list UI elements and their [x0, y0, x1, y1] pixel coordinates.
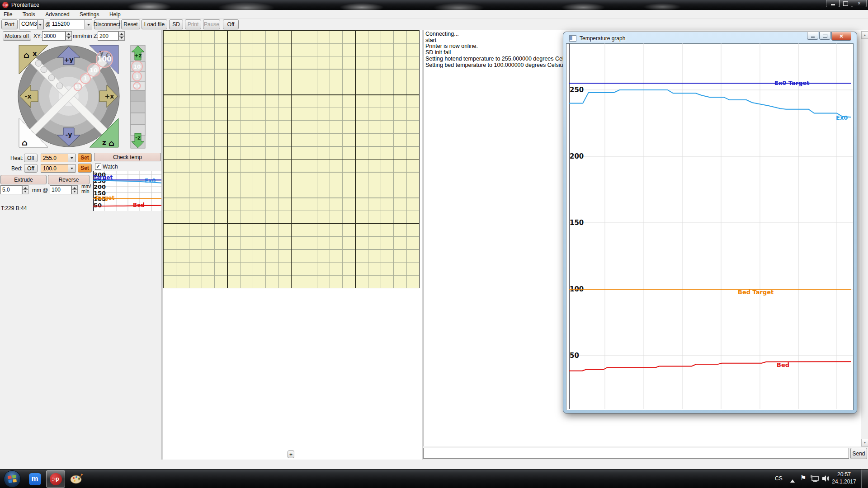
temp-window-maximize-button[interactable] [819, 32, 830, 40]
clock[interactable]: 20:57 24.1.2017 [831, 471, 857, 485]
baud-select-arrow[interactable] [85, 19, 92, 29]
mini-temperature-chart: 30025020015010050TargetEx0TargetBed [93, 171, 161, 211]
extrude-length-input[interactable] [0, 185, 22, 194]
extrude-length-stepper[interactable] [22, 185, 28, 194]
action-center-flag-icon[interactable]: ⚑ [800, 474, 806, 482]
bed-off-button[interactable]: Off [24, 164, 38, 173]
z-step-1-badge[interactable]: 1 [132, 72, 142, 81]
taskbar-browser-button[interactable]: m [25, 470, 44, 488]
temp-window-close-button[interactable]: ✕ [831, 32, 851, 41]
stepper-up-icon[interactable] [118, 31, 125, 36]
svg-text:50: 50 [94, 202, 102, 209]
svg-text:200: 200 [570, 152, 584, 160]
reset-button[interactable]: Reset [121, 19, 140, 29]
z-speed-stepper[interactable] [118, 31, 125, 41]
taskbar-pronterface-button[interactable]: :-p [46, 470, 65, 488]
svg-text:100: 100 [97, 55, 111, 63]
temperature-readout: T:229 B:44 [1, 205, 27, 211]
stepper-down-icon[interactable] [118, 36, 125, 41]
stepper-down-icon[interactable] [71, 190, 78, 194]
close-button[interactable]: × [852, 0, 867, 7]
reverse-button[interactable]: Reverse [48, 175, 90, 184]
windows-logo-icon [4, 470, 21, 488]
jog-step-01-badge[interactable]: 0.1 [74, 83, 82, 91]
stepper-up-icon[interactable] [66, 31, 72, 36]
disconnect-button[interactable]: Disconnect [94, 19, 120, 29]
pause-button: Pause [203, 19, 220, 29]
command-input[interactable] [423, 448, 849, 459]
heat-temp-arrow[interactable] [68, 154, 75, 162]
jog-step-10-badge[interactable]: 10 [87, 64, 100, 76]
bed-temp-arrow[interactable] [68, 164, 75, 173]
jog-pad[interactable]: ⌂ x y ⌂ ⌂ z ⌂ +y -y -x [17, 43, 120, 148]
tray-expand-icon[interactable] [790, 477, 795, 483]
watch-checkbox[interactable]: ✓ [95, 164, 101, 170]
extrude-speed-stepper[interactable] [71, 185, 78, 194]
browser-icon: m [29, 473, 41, 485]
z-jog-column[interactable]: +z 10 1 0.1 -z [130, 44, 146, 149]
clock-time: 20:57 [831, 471, 857, 478]
volume-icon[interactable] [822, 475, 830, 484]
port-button[interactable]: Port [1, 19, 18, 29]
menu-settings[interactable]: Settings [75, 10, 103, 18]
chevron-down-icon [71, 168, 73, 171]
taskbar-paint-button[interactable] [67, 470, 86, 488]
log-line: SD init fail [425, 50, 575, 56]
svg-text:+x: +x [105, 93, 114, 100]
log-scrollbar[interactable]: ▲ ▼ [861, 31, 868, 447]
bed-temp-value: 100.0 [41, 164, 68, 173]
z-speed-input[interactable] [98, 31, 118, 41]
heat-off-button[interactable]: Off [24, 154, 38, 162]
bed-set-button[interactable]: Set [78, 164, 92, 173]
print-bed-grid[interactable] [163, 30, 420, 288]
check-temp-button[interactable]: Check temp [94, 153, 161, 161]
heat-set-button[interactable]: Set [78, 153, 92, 162]
menu-tools[interactable]: Tools [19, 10, 39, 18]
maximize-button[interactable] [839, 0, 852, 7]
extrude-speed-input[interactable] [50, 185, 71, 194]
svg-text:50: 50 [570, 352, 579, 360]
language-indicator[interactable]: CS [775, 475, 783, 482]
temp-window-minimize-button[interactable] [807, 32, 818, 40]
off-button[interactable]: Off [223, 19, 239, 29]
speed-unit-label: mm/min [81, 184, 91, 194]
minimize-button[interactable] [826, 0, 840, 7]
send-button[interactable]: Send [850, 448, 867, 459]
stepper-up-icon[interactable] [71, 185, 78, 190]
extrude-button[interactable]: Extrude [0, 175, 47, 184]
port-select[interactable]: COM3 [19, 19, 44, 29]
menu-advanced[interactable]: Advanced [41, 10, 73, 18]
scroll-down-icon[interactable]: ▼ [861, 439, 868, 446]
home-icon: ⌂ [22, 138, 28, 147]
show-desktop-button[interactable] [861, 469, 868, 488]
svg-text:0.1: 0.1 [75, 85, 81, 89]
load-file-button[interactable]: Load file [142, 19, 167, 29]
menu-file[interactable]: File [0, 10, 16, 18]
xy-speed-stepper[interactable] [66, 31, 72, 41]
xy-speed-input[interactable] [42, 31, 66, 41]
z-step-10-badge[interactable]: 10 [132, 61, 142, 72]
baud-select[interactable]: 115200 [50, 19, 92, 29]
z-step-01-badge[interactable]: 0.1 [134, 83, 141, 89]
maximize-icon [823, 34, 827, 38]
stepper-down-icon[interactable] [22, 190, 28, 194]
port-select-arrow[interactable] [37, 19, 44, 29]
log-line: Setting hotend temperature to 255.000000… [425, 56, 575, 62]
svg-text:-z: -z [135, 135, 141, 141]
jog-step-1-badge[interactable]: 1 [80, 74, 90, 84]
heat-temp-select[interactable]: 255.0 [41, 154, 75, 162]
scroll-up-icon[interactable]: ▲ [861, 31, 868, 39]
stepper-up-icon[interactable] [22, 185, 28, 190]
menu-help[interactable]: Help [105, 10, 125, 18]
sd-button[interactable]: SD [169, 19, 183, 29]
network-icon[interactable] [810, 475, 819, 484]
bed-temp-select[interactable]: 100.0 [41, 164, 75, 173]
start-button[interactable] [3, 470, 22, 488]
viewer-zoom-button[interactable]: + [288, 450, 294, 458]
temp-window-title: Temperature graph [580, 35, 625, 42]
svg-text:Bed Target: Bed Target [738, 289, 774, 296]
print-button: Print [185, 19, 201, 29]
stepper-down-icon[interactable] [66, 36, 72, 41]
motors-off-button[interactable]: Motors off [3, 31, 31, 41]
jog-step-100-badge[interactable]: 100 [96, 51, 113, 67]
